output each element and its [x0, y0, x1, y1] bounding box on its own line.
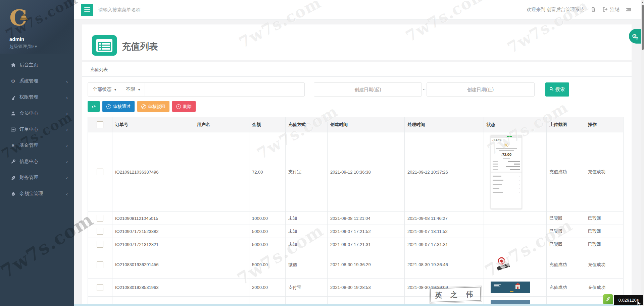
- logout-button[interactable]: 注销: [602, 7, 620, 13]
- row-checkbox[interactable]: [97, 169, 103, 175]
- user-icon: [9, 111, 17, 116]
- payment-receipt-thumbnail[interactable]: ‹ 账单详情 C -72.00 › ›: [491, 135, 522, 209]
- cell-upload-status: 已驳回: [547, 225, 585, 238]
- table-row: IO2109081121045015 1000.00 未知 2021-09-08…: [88, 212, 624, 225]
- house-illustration: [515, 283, 521, 289]
- cell-username: [194, 225, 249, 238]
- cell-operation: 充值成功: [585, 251, 624, 279]
- signature-seal-stamp: 英 之 伟: [430, 287, 481, 302]
- limit-dropdown[interactable]: 不限▾: [121, 82, 145, 97]
- receipt-amount: -72.00: [491, 152, 522, 157]
- keyword-input-group: 全部状态▾ 不限▾: [88, 82, 305, 97]
- row-checkbox[interactable]: [97, 228, 103, 235]
- reject-button[interactable]: 审核驳回: [137, 101, 169, 112]
- date-to-input[interactable]: [427, 82, 535, 97]
- bank-banner-thumbnail[interactable]: [491, 282, 530, 293]
- quick-settings-button[interactable]: ⚙⚙: [629, 29, 641, 44]
- cell-created: 2021-08-30 19:36:29: [328, 251, 405, 279]
- cell-order-no: IO2109071721523882: [112, 225, 194, 238]
- ban-circle-icon: [141, 104, 146, 109]
- cell-processed: 2021-09-07 17:31:31: [405, 238, 484, 251]
- sidebar-item-permission[interactable]: 权限管理 ‹: [0, 89, 74, 105]
- row-checkbox[interactable]: [97, 215, 103, 222]
- cell-processed: 2021-09-12 10:37:26: [405, 132, 484, 212]
- refresh-button[interactable]: [88, 101, 100, 112]
- cell-operation: 充值成功: [585, 279, 624, 297]
- cell-status-image: [484, 225, 547, 238]
- cell-created: 2021-09-07 17:21:31: [328, 238, 405, 251]
- cell-method: 支付宝: [286, 132, 328, 212]
- sidebar-item-finance[interactable]: 财务管理 ‹: [0, 170, 74, 186]
- sidebar-item-member[interactable]: 会员中心 ‹: [0, 105, 74, 121]
- cell-method: 微信: [286, 251, 328, 279]
- cell-processed: 2021-09-08 11:46:27: [405, 212, 484, 225]
- task-list-icon[interactable]: [626, 7, 631, 13]
- cell-amount: 2000.00: [249, 279, 286, 297]
- sidebar-toggle-button[interactable]: [81, 4, 93, 16]
- topbar: 欢迎来到 创富后台管理系统 注销: [74, 0, 644, 20]
- col-amount: 金额: [249, 117, 286, 132]
- row-checkbox[interactable]: [97, 261, 103, 268]
- select-all-checkbox[interactable]: [97, 121, 103, 128]
- col-username: 用户名: [194, 117, 249, 132]
- sidebar-menu: 后台主页 ⚙ 系统管理 ‹ 权限管理 ‹ 会员中心 ‹ 订单中心 ‹ ¥ 基金管…: [0, 54, 74, 202]
- performance-leaf-icon: [603, 294, 613, 304]
- cell-order-no: IO2109121036387496: [112, 132, 194, 212]
- cell-upload-status: 充值成功: [547, 132, 585, 212]
- cell-username: [194, 238, 249, 251]
- search-button[interactable]: 搜索: [545, 82, 569, 97]
- sidebar: C admin 超级管理员9 ▾ 后台主页 ⚙ 系统管理 ‹ 权限管理 ‹ 会员…: [0, 0, 74, 306]
- cell-created: 2021-08-30 19:28:53: [328, 279, 405, 297]
- sidebar-item-order[interactable]: 订单中心 ‹: [0, 121, 74, 137]
- menu-search-input[interactable]: [98, 7, 209, 12]
- cell-order-no: IO2109081121045015: [112, 212, 194, 225]
- scroll-up-arrow-icon[interactable]: ▲: [641, 1, 644, 3]
- gear-icon: ⚙: [635, 37, 639, 40]
- chevron-left-icon: ‹: [66, 111, 68, 116]
- profile-role-dropdown[interactable]: 超级管理员9 ▾: [9, 44, 74, 50]
- cell-upload-status: 已驳回: [547, 238, 585, 251]
- cell-upload-status: 充值成功: [547, 279, 585, 297]
- delete-button[interactable]: ×删除: [172, 101, 196, 112]
- col-status: 状态: [484, 117, 547, 132]
- sidebar-item-fund[interactable]: ¥ 基金管理 ‹: [0, 137, 74, 154]
- chevron-left-icon: ‹: [66, 159, 68, 165]
- page-title: 充值列表: [122, 41, 158, 53]
- status-dropdown[interactable]: 全部状态▾: [88, 82, 121, 97]
- approve-button[interactable]: ✓审核通过: [102, 101, 135, 112]
- table-row: IO2108301936291456 5000.00 微信 2021-08-30…: [88, 251, 624, 279]
- cell-order-no: IO2108301936291456: [112, 251, 194, 279]
- leaf-icon: [9, 175, 17, 180]
- cell-method: 支付宝: [286, 279, 328, 297]
- table-header-row: 订单号 用户名 金额 充值方式 创建时间 处理时间 状态 上传截图 操作: [88, 117, 624, 132]
- check-circle-icon: ✓: [106, 104, 111, 109]
- cell-amount: 5000.00: [249, 238, 286, 251]
- keyword-input[interactable]: [145, 82, 305, 97]
- sidebar-item-message[interactable]: 信息中心 ‹: [0, 154, 74, 170]
- trash-icon[interactable]: [591, 7, 596, 13]
- cell-amount: 5000.00: [249, 225, 286, 238]
- row-checkbox[interactable]: [97, 284, 103, 291]
- chevron-left-icon: ‹: [66, 175, 68, 181]
- col-method: 充值方式: [286, 117, 328, 132]
- vertical-scrollbar[interactable]: ▲: [641, 0, 644, 306]
- scrollbar-thumb[interactable]: [642, 5, 644, 50]
- topbar-right: 欢迎来到 创富后台管理系统 注销: [527, 7, 644, 13]
- table-row: IO2109071721523882 5000.00 未知 2021-09-07…: [88, 225, 624, 238]
- date-from-input[interactable]: [314, 82, 422, 97]
- panel-title: 充值列表: [82, 62, 632, 77]
- cell-status-image: [484, 238, 547, 251]
- sidebar-item-system[interactable]: ⚙ 系统管理 ‹: [0, 73, 74, 89]
- row-checkbox[interactable]: [97, 241, 103, 248]
- sidebar-item-yuebao[interactable]: 余额宝管理 ‹: [0, 186, 74, 202]
- welcome-text: 欢迎来到 创富后台管理系统: [527, 7, 584, 13]
- gears-icon: ⚙: [9, 78, 17, 84]
- search-icon: [549, 87, 554, 92]
- caret-down-icon: ▾: [35, 44, 37, 49]
- stamp-logo-thumbnail[interactable]: [493, 255, 512, 274]
- cell-amount: 72.00: [249, 132, 286, 212]
- cell-upload-status: 已驳回: [547, 212, 585, 225]
- bottom-edge-strip: [74, 304, 641, 306]
- recharge-table: 订单号 用户名 金额 充值方式 创建时间 处理时间 状态 上传截图 操作 IO2…: [88, 117, 624, 306]
- sidebar-item-home[interactable]: 后台主页: [0, 57, 74, 73]
